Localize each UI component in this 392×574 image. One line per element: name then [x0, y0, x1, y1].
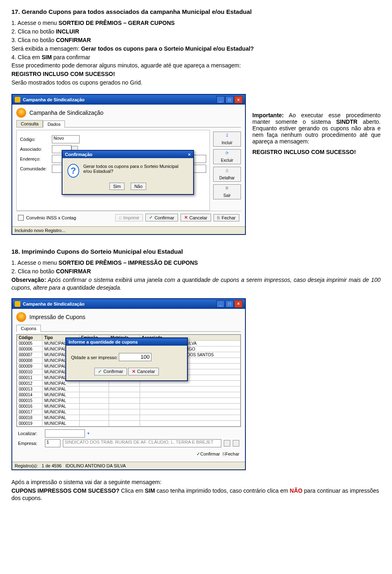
dialog-nao-button[interactable]: Não: [131, 183, 146, 190]
cell: MUNICIPAL: [42, 398, 79, 403]
cell: [79, 420, 109, 426]
detalhar-icon: [223, 168, 231, 175]
cell: [79, 386, 109, 392]
cell: [140, 380, 240, 386]
s18-obs-pre: Observação:: [11, 277, 46, 283]
col-codigo[interactable]: Código: [17, 335, 42, 340]
cell: [140, 386, 240, 392]
chk-convenio[interactable]: [18, 215, 24, 221]
cell: [109, 415, 140, 420]
inp-localizar[interactable]: [45, 429, 85, 438]
btn-fechar2[interactable]: Fechar: [223, 451, 239, 456]
logo-icon2: [16, 312, 26, 322]
cell: [140, 392, 240, 398]
qty-cancelar-button[interactable]: Cancelar: [128, 368, 159, 375]
s17-step2: 2. Clica no botão INCLUIR: [11, 28, 381, 36]
tab-consulta[interactable]: Consulta: [16, 120, 43, 127]
note-regok: REGISTRO INCLUSO COM SUCESSO!: [252, 149, 381, 155]
check-icon: [149, 215, 153, 220]
btn-cancelar[interactable]: Cancelar: [180, 214, 211, 221]
cell: MUNICIPAL: [42, 415, 79, 420]
cell: MUNICIPAL: [42, 380, 79, 386]
cell: 000007: [17, 352, 42, 357]
table-row[interactable]: 000012MUNICIPAL: [17, 380, 241, 386]
s17-step2-pre: 2. Clica no botão: [11, 28, 56, 35]
table-row[interactable]: 000019MUNICIPAL: [17, 420, 241, 426]
cell: [79, 398, 109, 403]
s17-step4-post: para confirmar: [52, 54, 90, 60]
table-row[interactable]: 000018MUNICIPAL: [17, 415, 241, 420]
cell: [109, 380, 140, 386]
section18-title: 18. Imprimindo Cupons do Sorteio Municip…: [11, 248, 381, 255]
side-incluir[interactable]: Incluir: [213, 132, 241, 147]
after-b: caso tenha imprimido todos, caso contrár…: [155, 487, 290, 494]
s17-step3: 3. Clica no botão CONFIRMAR: [11, 36, 381, 44]
side-excluir[interactable]: Excluir: [213, 149, 241, 164]
form-fields: Código:Novo Associado: Endereço: Comunid…: [16, 130, 210, 211]
s17-msg-pre: Será exibida a mensagem:: [11, 45, 81, 52]
cell: [109, 403, 140, 409]
btn-confirmar2[interactable]: Confirmar: [196, 451, 220, 457]
cell: 000014: [17, 392, 42, 398]
s17-step1-bold: SORTEIO DE PRÊMIOS – GERAR CUPONS: [58, 20, 175, 26]
s17-msg-bold: Gerar todos os cupons para o Sorteio Mun…: [81, 45, 254, 52]
maximize-button2[interactable]: □: [225, 300, 234, 308]
statusbar2: Registro(s): 1 de 4596 IDOLINO ANTONIO D…: [12, 462, 245, 469]
sair-icon: [223, 186, 231, 192]
dialog-close-icon[interactable]: ×: [188, 152, 191, 157]
minimize-button[interactable]: _: [216, 96, 225, 103]
s17-step2-bold: INCLUIR: [56, 28, 79, 35]
side-detalhar[interactable]: Detalhar: [213, 167, 241, 182]
minimize-button2[interactable]: _: [216, 300, 225, 308]
titlebar2[interactable]: Campanha de Sindicalização _ □ ×: [12, 299, 245, 309]
qty-input[interactable]: [119, 353, 151, 361]
statusbar: Incluindo novo Registro...: [12, 226, 245, 234]
print-icon: [119, 215, 122, 220]
cell: MUNICIPAL: [42, 392, 79, 398]
table-row[interactable]: 000015MUNICIPAL: [17, 398, 241, 403]
maximize-button[interactable]: □: [225, 96, 234, 103]
table-row[interactable]: 000013MUNICIPAL: [17, 386, 241, 392]
cell: 000018: [17, 415, 42, 420]
inp-codigo[interactable]: Novo: [52, 135, 80, 143]
window-title2: Campanha de Sindicalização: [23, 302, 85, 306]
dialog-sim-button[interactable]: Sim: [109, 183, 125, 190]
inp-empresa-name: SINDICATO DOS TRAB. RURAIS DE AF. CLÁUDI…: [63, 439, 221, 447]
after-nao: NÃO: [290, 487, 303, 494]
side-detalhar-label: Detalhar: [219, 176, 235, 180]
cell: [140, 409, 240, 415]
cell: 000015: [17, 398, 42, 403]
emp-refresh-icon[interactable]: [233, 440, 239, 447]
side-excluir-label: Excluir: [221, 158, 233, 163]
qty-confirmar-button[interactable]: Confirmar: [94, 368, 127, 375]
table-row[interactable]: 000016MUNICIPAL: [17, 403, 241, 409]
cell: 000006: [17, 346, 42, 352]
qty-label: Qtdade a ser impresso:: [71, 355, 118, 360]
after-a: Clica em: [119, 487, 145, 494]
table-row[interactable]: 000017MUNICIPAL: [17, 409, 241, 415]
table-row[interactable]: 000014MUNICIPAL: [17, 392, 241, 398]
inp-empresa-code[interactable]: 1: [45, 439, 60, 447]
s18-step1: 1. Acesse o menu SORTEIO DE PRÊMIOS – IM…: [11, 259, 381, 267]
s17-step4-pre: 4. Clica em: [11, 54, 42, 60]
side-sair[interactable]: Sair: [213, 184, 241, 199]
emp-lookup-icon[interactable]: [224, 440, 230, 447]
titlebar[interactable]: Campanha de Sindicalização _ □ ×: [12, 95, 245, 105]
app-header: Campanha de Sindicalização: [29, 109, 103, 116]
incluir-icon: [223, 133, 231, 140]
s17-step1-pre: 1. Acesse o menu: [11, 20, 58, 26]
btn-fechar[interactable]: Fechar: [214, 214, 239, 221]
s17-step3-bold: CONFIRMAR: [56, 37, 91, 43]
close-button[interactable]: ×: [234, 96, 243, 103]
tab-cupons[interactable]: Cupons: [16, 325, 41, 332]
btn-imprimir-label: Imprimir: [123, 215, 140, 220]
after-line2: CUPONS IMPRESSOS COM SUCESSO? Clica em S…: [11, 487, 381, 503]
cell: 000013: [17, 386, 42, 392]
cell: 000012: [17, 380, 42, 386]
cell: [140, 415, 240, 420]
close-button2[interactable]: ×: [234, 300, 243, 308]
btn-confirmar[interactable]: Confirmar: [145, 214, 178, 221]
tab-dados[interactable]: Dados: [43, 121, 65, 127]
after-sim: SIM: [145, 487, 155, 494]
cell: 000005: [17, 340, 42, 346]
